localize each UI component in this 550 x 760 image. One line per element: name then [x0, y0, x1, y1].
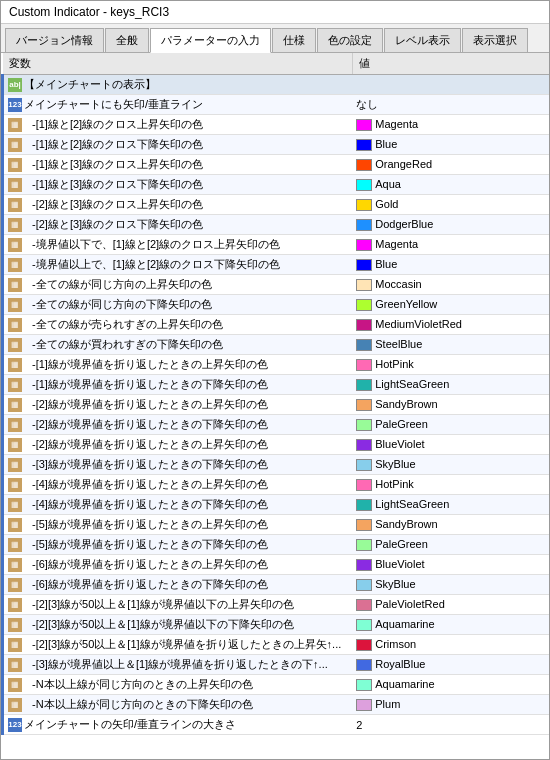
- row-value: SteelBlue: [352, 335, 549, 355]
- img-icon: ▦: [8, 638, 22, 652]
- row-label: -[2]線と[3]線のクロス下降矢印の色: [24, 217, 203, 232]
- table-row[interactable]: ▦-[2]線と[3]線のクロス上昇矢印の色Gold: [3, 195, 550, 215]
- color-swatch: [356, 119, 372, 131]
- col-value: 値: [352, 53, 549, 75]
- row-label: -[1]線と[3]線のクロス下降矢印の色: [24, 177, 203, 192]
- img-icon: ▦: [8, 238, 22, 252]
- row-value-text: Blue: [375, 258, 397, 270]
- table-row[interactable]: ▦-[1]線と[3]線のクロス上昇矢印の色OrangeRed: [3, 155, 550, 175]
- row-value: Plum: [352, 695, 549, 715]
- table-row[interactable]: ▦-[1]線が境界値を折り返したときの上昇矢印の色HotPink: [3, 355, 550, 375]
- color-swatch: [356, 539, 372, 551]
- img-icon: ▦: [8, 618, 22, 632]
- row-value: Magenta: [352, 235, 549, 255]
- color-swatch: [356, 479, 372, 491]
- row-value-text: Aquamarine: [375, 618, 434, 630]
- row-label: -[4]線が境界値を折り返したときの上昇矢印の色: [24, 477, 268, 492]
- row-value: PaleGreen: [352, 415, 549, 435]
- table-row[interactable]: ▦-[2]線が境界値を折り返したときの下降矢印の色PaleGreen: [3, 415, 550, 435]
- color-swatch: [356, 359, 372, 371]
- table-row[interactable]: ▦-N本以上線が同じ方向のときの下降矢印の色Plum: [3, 695, 550, 715]
- table-row[interactable]: ▦-全ての線が同じ方向の上昇矢印の色Moccasin: [3, 275, 550, 295]
- img-icon: ▦: [8, 158, 22, 172]
- row-value-text: SkyBlue: [375, 578, 415, 590]
- row-label: -[4]線が境界値を折り返したときの下降矢印の色: [24, 497, 268, 512]
- table-row[interactable]: ▦-[1]線が境界値を折り返したときの下降矢印の色LightSeaGreen: [3, 375, 550, 395]
- img-icon: ▦: [8, 298, 22, 312]
- table-row[interactable]: ▦-[4]線が境界値を折り返したときの下降矢印の色LightSeaGreen: [3, 495, 550, 515]
- table-row[interactable]: ▦-[4]線が境界値を折り返したときの上昇矢印の色HotPink: [3, 475, 550, 495]
- table-row[interactable]: ▦-[3]線が境界値を折り返したときの下降矢印の色SkyBlue: [3, 455, 550, 475]
- table-row[interactable]: ▦-[1]線と[2]線のクロス上昇矢印の色Magenta: [3, 115, 550, 135]
- table-row[interactable]: 123メインチャートにも矢印/垂直ラインなし: [3, 95, 550, 115]
- row-label: -[2]線が境界値を折り返したときの上昇矢印の色: [24, 437, 268, 452]
- img-icon: ▦: [8, 118, 22, 132]
- row-value-text: Aqua: [375, 178, 401, 190]
- table-row[interactable]: ▦-[2]線が境界値を折り返したときの上昇矢印の色BlueViolet: [3, 435, 550, 455]
- color-swatch: [356, 239, 372, 251]
- table-row[interactable]: 123メインチャートの矢印/垂直ラインの大きさ2: [3, 715, 550, 735]
- row-label: 【メインチャートの表示】: [24, 77, 156, 92]
- row-value: HotPink: [352, 355, 549, 375]
- row-label: -[1]線と[2]線のクロス下降矢印の色: [24, 137, 203, 152]
- row-label: -境界値以上で、[1]線と[2]線のクロス下降矢印の色: [24, 257, 280, 272]
- main-window: Custom Indicator - keys_RCI3 バージョン情報全般パラ…: [0, 0, 550, 760]
- row-label: -[1]線と[2]線のクロス上昇矢印の色: [24, 117, 203, 132]
- table-row[interactable]: ▦-[2]線が境界値を折り返したときの上昇矢印の色SandyBrown: [3, 395, 550, 415]
- table-row[interactable]: ▦-[2][3]線が50以上＆[1]線が境界値以下の上昇矢印の色PaleViol…: [3, 595, 550, 615]
- img-icon: ▦: [8, 538, 22, 552]
- table-row[interactable]: ▦-全ての線が売られすぎの上昇矢印の色MediumVioletRed: [3, 315, 550, 335]
- row-label: -N本以上線が同じ方向のときの下降矢印の色: [24, 697, 253, 712]
- color-swatch: [356, 499, 372, 511]
- color-swatch: [356, 139, 372, 151]
- table-row[interactable]: ▦-[1]線と[3]線のクロス下降矢印の色Aqua: [3, 175, 550, 195]
- table-row[interactable]: ▦-[6]線が境界値を折り返したときの上昇矢印の色BlueViolet: [3, 555, 550, 575]
- row-value-text: RoyalBlue: [375, 658, 425, 670]
- num-icon: 123: [8, 98, 22, 112]
- tab-3[interactable]: 仕様: [272, 28, 316, 52]
- tab-1[interactable]: 全般: [105, 28, 149, 52]
- row-value-text: SkyBlue: [375, 458, 415, 470]
- table-container[interactable]: 変数 値 ab|【メインチャートの表示】123メインチャートにも矢印/垂直ライン…: [1, 53, 549, 759]
- table-row[interactable]: ▦-[2]線と[3]線のクロス下降矢印の色DodgerBlue: [3, 215, 550, 235]
- row-value: Crimson: [352, 635, 549, 655]
- color-swatch: [356, 459, 372, 471]
- tab-5[interactable]: レベル表示: [384, 28, 461, 52]
- table-row[interactable]: ▦-[2][3]線が50以上＆[1]線が境界値以下の下降矢印の色Aquamari…: [3, 615, 550, 635]
- row-label: -全ての線が同じ方向の下降矢印の色: [24, 297, 212, 312]
- table-row[interactable]: ▦-[1]線と[2]線のクロス下降矢印の色Blue: [3, 135, 550, 155]
- img-icon: ▦: [8, 438, 22, 452]
- table-row[interactable]: ▦-[6]線が境界値を折り返したときの下降矢印の色SkyBlue: [3, 575, 550, 595]
- row-value-text: OrangeRed: [375, 158, 432, 170]
- row-label: -境界値以下で、[1]線と[2]線のクロス上昇矢印の色: [24, 237, 280, 252]
- table-row[interactable]: ▦-[5]線が境界値を折り返したときの下降矢印の色PaleGreen: [3, 535, 550, 555]
- tab-4[interactable]: 色の設定: [317, 28, 383, 52]
- tab-6[interactable]: 表示選択: [462, 28, 528, 52]
- table-row[interactable]: ▦-N本以上線が同じ方向のときの上昇矢印の色Aquamarine: [3, 675, 550, 695]
- color-swatch: [356, 159, 372, 171]
- tab-0[interactable]: バージョン情報: [5, 28, 104, 52]
- table-row[interactable]: ▦-[5]線が境界値を折り返したときの上昇矢印の色SandyBrown: [3, 515, 550, 535]
- row-value: なし: [352, 95, 549, 115]
- row-value: LightSeaGreen: [352, 375, 549, 395]
- row-value: Aquamarine: [352, 675, 549, 695]
- table-row[interactable]: ▦-全ての線が買われすぎの下降矢印の色SteelBlue: [3, 335, 550, 355]
- img-icon: ▦: [8, 698, 22, 712]
- row-label: -[1]線が境界値を折り返したときの下降矢印の色: [24, 377, 268, 392]
- table-row[interactable]: ▦-境界値以下で、[1]線と[2]線のクロス上昇矢印の色Magenta: [3, 235, 550, 255]
- color-swatch: [356, 559, 372, 571]
- row-label: -[2]線が境界値を折り返したときの下降矢印の色: [24, 417, 268, 432]
- tab-2[interactable]: パラメーターの入力: [150, 28, 271, 53]
- row-label: -[1]線が境界値を折り返したときの上昇矢印の色: [24, 357, 268, 372]
- table-row[interactable]: ▦-境界値以上で、[1]線と[2]線のクロス下降矢印の色Blue: [3, 255, 550, 275]
- row-value: Gold: [352, 195, 549, 215]
- table-row[interactable]: ▦-[2][3]線が50以上＆[1]線が境界値を折り返したときの上昇矢↑...C…: [3, 635, 550, 655]
- table-row[interactable]: ab|【メインチャートの表示】: [3, 75, 550, 95]
- table-row[interactable]: ▦-全ての線が同じ方向の下降矢印の色GreenYellow: [3, 295, 550, 315]
- img-icon: ▦: [8, 418, 22, 432]
- col-variable: 変数: [3, 53, 353, 75]
- row-value: Aqua: [352, 175, 549, 195]
- num-icon: 123: [8, 718, 22, 732]
- table-row[interactable]: ▦-[3]線が境界値以上＆[1]線が境界値を折り返したときの下↑...Royal…: [3, 655, 550, 675]
- row-value: SkyBlue: [352, 455, 549, 475]
